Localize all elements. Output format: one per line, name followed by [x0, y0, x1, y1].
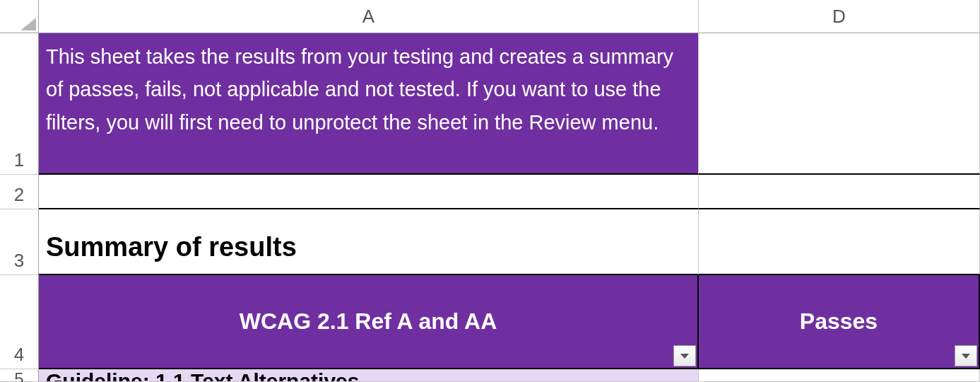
- header-wcag-label: WCAG 2.1 Ref A and AA: [240, 308, 497, 335]
- cell-d4-header[interactable]: Passes: [699, 275, 980, 369]
- row-header-5[interactable]: 5: [0, 369, 39, 382]
- column-header-d[interactable]: D: [699, 0, 980, 33]
- row-header-2[interactable]: 2: [0, 175, 39, 209]
- cell-d1[interactable]: [699, 33, 980, 175]
- cell-d2[interactable]: [699, 175, 980, 209]
- spreadsheet-grid: A D 1 This sheet takes the results from …: [0, 0, 980, 382]
- row-header-1[interactable]: 1: [0, 33, 39, 175]
- cell-d3[interactable]: [699, 209, 980, 275]
- cell-a4-header[interactable]: WCAG 2.1 Ref A and AA: [39, 275, 699, 369]
- header-passes-label: Passes: [800, 308, 878, 335]
- filter-dropdown-a[interactable]: [673, 345, 696, 366]
- select-all-corner[interactable]: [0, 0, 39, 33]
- cell-d5[interactable]: [699, 369, 980, 382]
- row-header-3[interactable]: 3: [0, 209, 39, 275]
- cell-a1-intro[interactable]: This sheet takes the results from your t…: [39, 33, 699, 175]
- cell-a5-guideline[interactable]: Guideline: 1.1 Text Alternatives: [39, 369, 699, 382]
- column-header-a[interactable]: A: [39, 0, 699, 33]
- row-header-4[interactable]: 4: [0, 275, 39, 369]
- cell-a2[interactable]: [39, 175, 699, 209]
- cell-a3-title[interactable]: Summary of results: [39, 209, 699, 275]
- filter-dropdown-d[interactable]: [955, 345, 977, 366]
